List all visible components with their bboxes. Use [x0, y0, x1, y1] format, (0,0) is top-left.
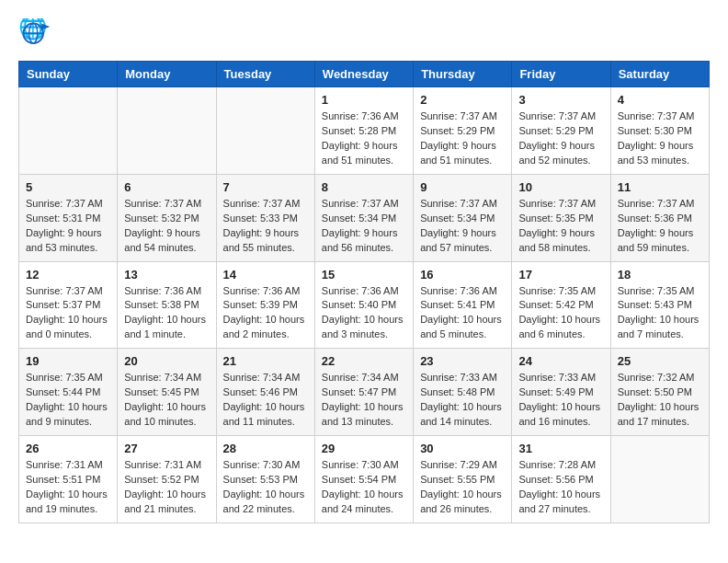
page-container: 🌐 SundayMondayTuesdayWednesdayThursdayFr… — [0, 0, 728, 533]
day-info: Sunrise: 7:30 AM Sunset: 5:54 PM Dayligh… — [322, 458, 406, 517]
day-number: 12 — [26, 268, 110, 282]
day-cell — [118, 87, 216, 175]
day-cell: 1Sunrise: 7:36 AM Sunset: 5:28 PM Daylig… — [314, 87, 413, 175]
day-info: Sunrise: 7:36 AM Sunset: 5:40 PM Dayligh… — [322, 284, 406, 343]
day-number: 9 — [420, 180, 505, 194]
day-info: Sunrise: 7:36 AM Sunset: 5:38 PM Dayligh… — [124, 284, 209, 343]
day-cell: 10Sunrise: 7:37 AM Sunset: 5:35 PM Dayli… — [512, 174, 610, 261]
day-number: 18 — [618, 268, 702, 282]
day-number: 17 — [518, 268, 603, 282]
weekday-header-sunday: Sunday — [19, 62, 118, 87]
day-number: 2 — [420, 93, 505, 107]
logo: 🌐 — [18, 18, 57, 52]
day-cell: 17Sunrise: 7:35 AM Sunset: 5:42 PM Dayli… — [512, 261, 610, 349]
day-cell: 6Sunrise: 7:37 AM Sunset: 5:32 PM Daylig… — [118, 174, 216, 261]
day-info: Sunrise: 7:36 AM Sunset: 5:39 PM Dayligh… — [223, 284, 308, 343]
weekday-header-friday: Friday — [512, 62, 610, 87]
day-number: 31 — [518, 442, 603, 455]
day-number: 11 — [618, 180, 702, 194]
weekday-header-saturday: Saturday — [610, 62, 709, 87]
day-cell: 23Sunrise: 7:33 AM Sunset: 5:48 PM Dayli… — [414, 349, 512, 436]
day-cell: 16Sunrise: 7:36 AM Sunset: 5:41 PM Dayli… — [414, 261, 512, 349]
day-number: 7 — [223, 180, 308, 194]
day-number: 25 — [618, 354, 702, 368]
day-info: Sunrise: 7:37 AM Sunset: 5:36 PM Dayligh… — [618, 197, 702, 256]
day-number: 24 — [518, 354, 603, 368]
day-number: 13 — [124, 268, 209, 282]
day-info: Sunrise: 7:28 AM Sunset: 5:56 PM Dayligh… — [518, 458, 603, 517]
day-number: 19 — [26, 354, 110, 368]
weekday-header-tuesday: Tuesday — [216, 62, 314, 87]
week-row-3: 12Sunrise: 7:37 AM Sunset: 5:37 PM Dayli… — [19, 261, 710, 349]
day-info: Sunrise: 7:37 AM Sunset: 5:34 PM Dayligh… — [322, 197, 406, 256]
day-number: 1 — [322, 93, 406, 107]
day-cell: 25Sunrise: 7:32 AM Sunset: 5:50 PM Dayli… — [610, 349, 709, 436]
day-info: Sunrise: 7:31 AM Sunset: 5:52 PM Dayligh… — [124, 458, 209, 517]
day-cell: 30Sunrise: 7:29 AM Sunset: 5:55 PM Dayli… — [414, 436, 512, 523]
day-info: Sunrise: 7:33 AM Sunset: 5:48 PM Dayligh… — [420, 371, 505, 430]
day-cell: 19Sunrise: 7:35 AM Sunset: 5:44 PM Dayli… — [19, 349, 118, 436]
day-number: 30 — [420, 442, 505, 455]
week-row-5: 26Sunrise: 7:31 AM Sunset: 5:51 PM Dayli… — [19, 436, 710, 523]
weekday-header-monday: Monday — [118, 62, 216, 87]
day-cell: 31Sunrise: 7:28 AM Sunset: 5:56 PM Dayli… — [512, 436, 610, 523]
logo-icon: 🌐 — [18, 18, 51, 52]
header: 🌐 — [18, 18, 710, 52]
day-number: 27 — [124, 442, 209, 455]
day-cell: 8Sunrise: 7:37 AM Sunset: 5:34 PM Daylig… — [314, 174, 413, 261]
day-info: Sunrise: 7:32 AM Sunset: 5:50 PM Dayligh… — [618, 371, 702, 430]
day-cell: 27Sunrise: 7:31 AM Sunset: 5:52 PM Dayli… — [118, 436, 216, 523]
day-number: 28 — [223, 442, 308, 455]
day-number: 3 — [518, 93, 603, 107]
day-cell: 5Sunrise: 7:37 AM Sunset: 5:31 PM Daylig… — [19, 174, 118, 261]
day-cell: 2Sunrise: 7:37 AM Sunset: 5:29 PM Daylig… — [414, 87, 512, 175]
day-cell — [610, 436, 709, 523]
day-info: Sunrise: 7:37 AM Sunset: 5:34 PM Dayligh… — [420, 197, 505, 256]
day-info: Sunrise: 7:37 AM Sunset: 5:32 PM Dayligh… — [124, 197, 209, 256]
day-info: Sunrise: 7:35 AM Sunset: 5:43 PM Dayligh… — [618, 284, 702, 343]
day-info: Sunrise: 7:29 AM Sunset: 5:55 PM Dayligh… — [420, 458, 505, 517]
day-cell: 29Sunrise: 7:30 AM Sunset: 5:54 PM Dayli… — [314, 436, 413, 523]
day-cell — [216, 87, 314, 175]
day-cell — [19, 87, 118, 175]
day-info: Sunrise: 7:37 AM Sunset: 5:29 PM Dayligh… — [420, 109, 505, 168]
day-info: Sunrise: 7:37 AM Sunset: 5:30 PM Dayligh… — [618, 109, 702, 168]
day-info: Sunrise: 7:34 AM Sunset: 5:47 PM Dayligh… — [322, 371, 406, 430]
day-cell: 11Sunrise: 7:37 AM Sunset: 5:36 PM Dayli… — [610, 174, 709, 261]
day-number: 29 — [322, 442, 406, 455]
day-cell: 14Sunrise: 7:36 AM Sunset: 5:39 PM Dayli… — [216, 261, 314, 349]
day-number: 22 — [322, 354, 406, 368]
weekday-header-thursday: Thursday — [414, 62, 512, 87]
day-cell: 26Sunrise: 7:31 AM Sunset: 5:51 PM Dayli… — [19, 436, 118, 523]
day-cell: 9Sunrise: 7:37 AM Sunset: 5:34 PM Daylig… — [414, 174, 512, 261]
day-info: Sunrise: 7:35 AM Sunset: 5:44 PM Dayligh… — [26, 371, 110, 430]
day-info: Sunrise: 7:34 AM Sunset: 5:45 PM Dayligh… — [124, 371, 209, 430]
day-info: Sunrise: 7:37 AM Sunset: 5:33 PM Dayligh… — [223, 197, 308, 256]
day-number: 5 — [26, 180, 110, 194]
day-cell: 22Sunrise: 7:34 AM Sunset: 5:47 PM Dayli… — [314, 349, 413, 436]
day-number: 20 — [124, 354, 209, 368]
week-row-4: 19Sunrise: 7:35 AM Sunset: 5:44 PM Dayli… — [19, 349, 710, 436]
day-number: 14 — [223, 268, 308, 282]
day-info: Sunrise: 7:36 AM Sunset: 5:28 PM Dayligh… — [322, 109, 406, 168]
day-info: Sunrise: 7:36 AM Sunset: 5:41 PM Dayligh… — [420, 284, 505, 343]
day-number: 26 — [26, 442, 110, 455]
day-number: 21 — [223, 354, 308, 368]
day-info: Sunrise: 7:33 AM Sunset: 5:49 PM Dayligh… — [518, 371, 603, 430]
day-number: 16 — [420, 268, 505, 282]
day-number: 4 — [618, 93, 702, 107]
day-info: Sunrise: 7:35 AM Sunset: 5:42 PM Dayligh… — [518, 284, 603, 343]
day-info: Sunrise: 7:30 AM Sunset: 5:53 PM Dayligh… — [223, 458, 308, 517]
day-cell: 28Sunrise: 7:30 AM Sunset: 5:53 PM Dayli… — [216, 436, 314, 523]
day-info: Sunrise: 7:37 AM Sunset: 5:35 PM Dayligh… — [518, 197, 603, 256]
day-cell: 15Sunrise: 7:36 AM Sunset: 5:40 PM Dayli… — [314, 261, 413, 349]
day-info: Sunrise: 7:31 AM Sunset: 5:51 PM Dayligh… — [26, 458, 110, 517]
week-row-1: 1Sunrise: 7:36 AM Sunset: 5:28 PM Daylig… — [19, 87, 710, 175]
day-cell: 24Sunrise: 7:33 AM Sunset: 5:49 PM Dayli… — [512, 349, 610, 436]
day-number: 10 — [518, 180, 603, 194]
day-cell: 7Sunrise: 7:37 AM Sunset: 5:33 PM Daylig… — [216, 174, 314, 261]
day-number: 8 — [322, 180, 406, 194]
day-cell: 4Sunrise: 7:37 AM Sunset: 5:30 PM Daylig… — [610, 87, 709, 175]
weekday-header-row: SundayMondayTuesdayWednesdayThursdayFrid… — [19, 62, 710, 87]
week-row-2: 5Sunrise: 7:37 AM Sunset: 5:31 PM Daylig… — [19, 174, 710, 261]
